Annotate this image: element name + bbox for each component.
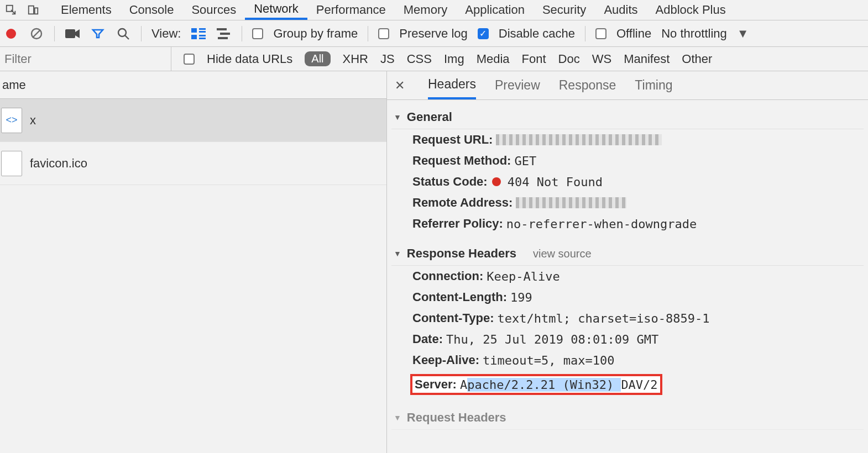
tab-sources[interactable]: Sources <box>182 0 245 20</box>
triangle-down-icon: ▼ <box>394 413 401 422</box>
inspect-icon[interactable] <box>0 4 22 16</box>
section-title: Request Headers <box>407 410 506 425</box>
section-response-headers[interactable]: ▼ Response Headers view source <box>391 242 864 266</box>
highlight-box: Server: Apache/2.2.21 (Win32) DAV/2 <box>410 374 662 395</box>
request-method-label: Request Method: <box>412 154 511 168</box>
column-name[interactable]: ame <box>0 71 386 99</box>
request-list: ame <> x favicon.ico <box>0 71 387 453</box>
header-value: text/html; charset=iso-8859-1 <box>497 312 709 325</box>
request-row[interactable]: <> x <box>0 99 386 142</box>
tab-security[interactable]: Security <box>534 0 595 20</box>
filter-media[interactable]: Media <box>477 52 510 66</box>
filter-icon[interactable] <box>90 26 106 41</box>
detail-tabs: ✕ Headers Preview Response Timing <box>387 71 868 100</box>
server-value: Apache/2.2.21 (Win32) DAV/2 <box>460 378 658 392</box>
kv-date: Date: Thu, 25 Jul 2019 08:01:09 GMT <box>391 329 864 350</box>
device-toggle-icon[interactable] <box>22 4 44 16</box>
request-detail: ✕ Headers Preview Response Timing ▼ Gene… <box>387 71 868 453</box>
tab-headers[interactable]: Headers <box>428 71 476 99</box>
filter-css[interactable]: CSS <box>407 52 432 66</box>
svg-rect-9 <box>199 28 206 30</box>
remote-address-label: Remote Address: <box>412 196 513 210</box>
svg-rect-5 <box>65 29 75 38</box>
kv-content-type: Content-Type: text/html; charset=iso-885… <box>391 308 864 329</box>
record-button[interactable] <box>3 26 19 41</box>
kv-referrer-policy: Referrer Policy: no-referrer-when-downgr… <box>391 213 864 234</box>
filter-manifest[interactable]: Manifest <box>624 52 670 66</box>
svg-rect-16 <box>218 37 228 39</box>
kv-request-method: Request Method: GET <box>391 150 864 171</box>
request-row[interactable]: favicon.ico <box>0 142 386 185</box>
header-value: 199 <box>510 291 532 304</box>
triangle-down-icon: ▼ <box>394 113 401 122</box>
filter-xhr[interactable]: XHR <box>343 52 368 66</box>
network-main: ame <> x favicon.ico ✕ Headers Preview R… <box>0 71 868 453</box>
kv-request-url: Request URL: <box>391 129 864 150</box>
preserve-log-label: Preserve log <box>399 27 468 41</box>
camera-icon[interactable] <box>65 26 80 41</box>
tab-performance[interactable]: Performance <box>307 0 395 20</box>
header-key: Content-Type: <box>412 311 494 325</box>
tab-network[interactable]: Network <box>245 0 307 20</box>
header-value: Keep-Alive <box>487 270 560 283</box>
svg-rect-13 <box>199 38 206 39</box>
redacted-address <box>516 197 626 208</box>
checkbox-hide-data-urls[interactable] <box>184 54 195 65</box>
section-request-headers[interactable]: ▼ Request Headers <box>391 406 864 430</box>
filter-img[interactable]: Img <box>444 52 464 66</box>
tab-adblock[interactable]: Adblock Plus <box>647 0 735 20</box>
section-general[interactable]: ▼ General <box>391 106 864 129</box>
chevron-down-icon: ▼ <box>737 27 749 41</box>
checkbox-group-frame[interactable] <box>252 28 263 39</box>
status-dot-icon <box>492 177 501 186</box>
filter-font[interactable]: Font <box>522 52 546 66</box>
svg-line-7 <box>125 35 129 39</box>
filter-other[interactable]: Other <box>682 52 712 66</box>
checkbox-disable-cache[interactable] <box>478 28 489 39</box>
svg-rect-11 <box>191 35 197 39</box>
hide-data-urls-label: Hide data URLs <box>207 52 292 66</box>
header-key: Server: <box>415 377 457 392</box>
status-code-value: 404 Not Found <box>508 175 603 189</box>
clear-icon[interactable] <box>29 26 44 41</box>
tab-elements[interactable]: Elements <box>52 0 121 20</box>
kv-content-length: Content-Length: 199 <box>391 287 864 308</box>
throttling-select[interactable]: No throttling ▼ <box>661 27 749 41</box>
header-value: Thu, 25 Jul 2019 08:01:09 GMT <box>446 333 658 346</box>
filter-bar: Hide data URLs All XHR JS CSS Img Media … <box>0 47 868 71</box>
tab-preview[interactable]: Preview <box>495 71 540 99</box>
view-source-link[interactable]: view source <box>533 247 592 260</box>
tab-audits[interactable]: Audits <box>595 0 646 20</box>
filter-js[interactable]: JS <box>380 52 395 66</box>
view-waterfall-icon[interactable] <box>216 26 232 41</box>
view-large-icon[interactable] <box>191 26 206 41</box>
filter-input[interactable] <box>0 47 171 71</box>
request-name: favicon.ico <box>30 156 87 171</box>
tab-timing[interactable]: Timing <box>635 71 672 99</box>
tab-memory[interactable]: Memory <box>395 0 456 20</box>
tab-console[interactable]: Console <box>121 0 183 20</box>
panel-tabs: Elements Console Sources Network Perform… <box>0 0 868 20</box>
svg-rect-12 <box>199 35 206 36</box>
kv-keep-alive: Keep-Alive: timeout=5, max=100 <box>391 350 864 371</box>
svg-rect-10 <box>199 31 206 33</box>
filter-ws[interactable]: WS <box>592 52 611 66</box>
checkbox-preserve-log[interactable] <box>378 28 389 39</box>
triangle-down-icon: ▼ <box>394 249 401 258</box>
header-key: Connection: <box>412 269 483 283</box>
filter-doc[interactable]: Doc <box>558 52 580 66</box>
tab-application[interactable]: Application <box>456 0 534 20</box>
tab-response[interactable]: Response <box>559 71 616 99</box>
checkbox-offline[interactable] <box>595 28 606 39</box>
header-value: timeout=5, max=100 <box>483 354 614 367</box>
request-name: x <box>30 113 36 128</box>
svg-rect-2 <box>35 8 38 14</box>
view-label: View: <box>151 27 181 41</box>
close-icon[interactable]: ✕ <box>395 78 405 93</box>
kv-status-code: Status Code: 404 Not Found <box>391 171 864 192</box>
request-url-label: Request URL: <box>412 133 493 147</box>
kv-server: Server: Apache/2.2.21 (Win32) DAV/2 <box>391 371 864 398</box>
filter-all[interactable]: All <box>305 51 330 66</box>
search-icon[interactable] <box>116 26 131 41</box>
status-code-label: Status Code: <box>412 175 488 189</box>
